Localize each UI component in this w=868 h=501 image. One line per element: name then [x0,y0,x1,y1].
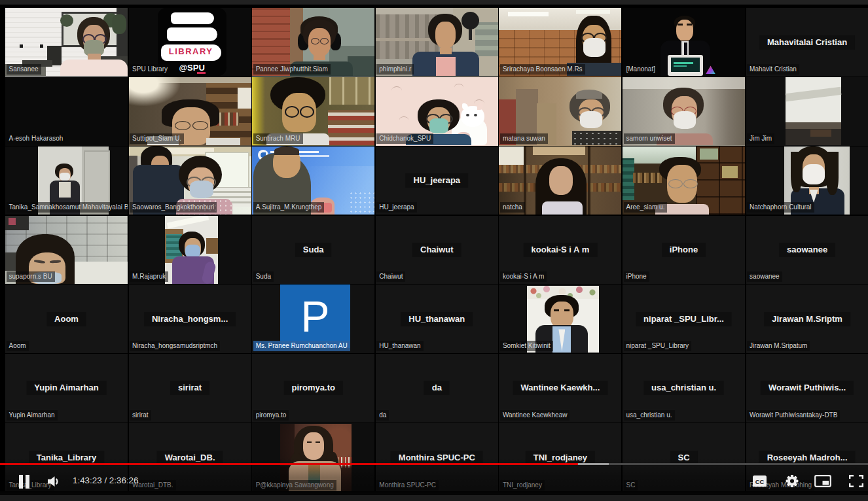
svg-text:CC: CC [755,477,765,485]
